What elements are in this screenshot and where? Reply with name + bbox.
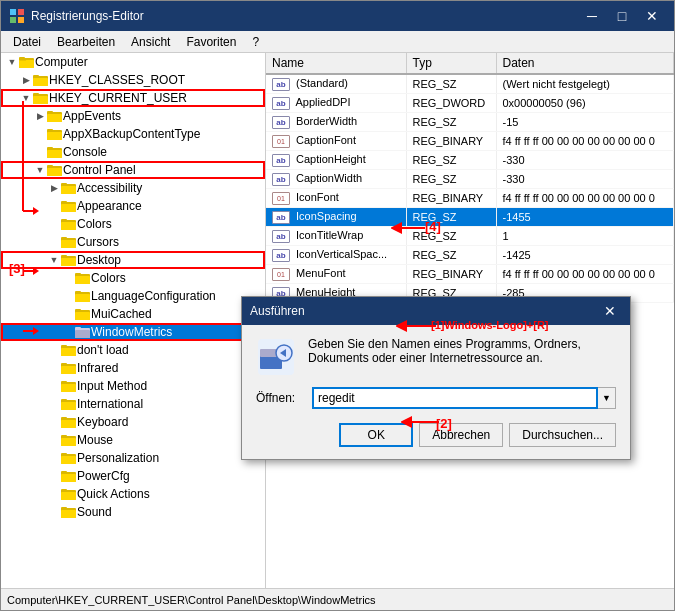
- svg-rect-0: [10, 9, 16, 15]
- run-open-label: Öffnen:: [256, 391, 304, 405]
- tree-item-appevents[interactable]: ▶ AppEvents: [1, 107, 265, 125]
- tree-item-appearance[interactable]: Appearance: [1, 197, 265, 215]
- tree-label-appevents: AppEvents: [63, 109, 121, 123]
- cell-data: -15: [496, 113, 674, 132]
- tree-pane[interactable]: ▼ Computer ▶ HKEY_CLASSES_ROOT: [1, 53, 266, 588]
- tree-label-personalization: Personalization: [77, 451, 159, 465]
- tree-item-desktop-colors[interactable]: Colors: [1, 269, 265, 287]
- cell-data: -330: [496, 170, 674, 189]
- close-button[interactable]: ✕: [638, 6, 666, 26]
- folder-icon-desktop: [61, 253, 77, 267]
- title-bar-left: Registrierungs-Editor: [9, 8, 144, 24]
- tree-item-languageconfig[interactable]: LanguageConfiguration: [1, 287, 265, 305]
- run-cancel-button[interactable]: Abbrechen: [419, 423, 503, 447]
- cell-data: f4 ff ff ff 00 00 00 00 00 00 00 0: [496, 265, 674, 284]
- tree-item-windowmetrics[interactable]: WindowMetrics: [1, 323, 265, 341]
- tree-item-controlpanel[interactable]: ▼ Control Panel: [1, 161, 265, 179]
- folder-icon-windowmetrics: [75, 325, 91, 339]
- table-row[interactable]: ab CaptionHeightREG_SZ-330: [266, 151, 674, 170]
- minimize-button[interactable]: ─: [578, 6, 606, 26]
- expander-accessibility[interactable]: ▶: [47, 181, 61, 195]
- tree-item-colors[interactable]: Colors: [1, 215, 265, 233]
- run-ok-button[interactable]: OK: [339, 423, 413, 447]
- folder-icon-hkcr: [33, 73, 49, 87]
- tree-label-colors: Colors: [77, 217, 112, 231]
- tree-item-sound[interactable]: Sound: [1, 503, 265, 521]
- table-row[interactable]: 01 IconFontREG_BINARYf4 ff ff ff 00 00 0…: [266, 189, 674, 208]
- tree-item-computer[interactable]: ▼ Computer: [1, 53, 265, 71]
- expander-appevents[interactable]: ▶: [33, 109, 47, 123]
- table-row[interactable]: 01 MenuFontREG_BINARYf4 ff ff ff 00 00 0…: [266, 265, 674, 284]
- svg-rect-27: [61, 186, 76, 194]
- table-row[interactable]: 01 CaptionFontREG_BINARYf4 ff ff ff 00 0…: [266, 132, 674, 151]
- tree-item-powercfg[interactable]: PowerCfg: [1, 467, 265, 485]
- table-row[interactable]: ab BorderWidthREG_SZ-15: [266, 113, 674, 132]
- table-row[interactable]: ab IconVerticalSpac...REG_SZ-1425: [266, 246, 674, 265]
- expander-desktop[interactable]: ▼: [47, 253, 61, 267]
- tree-label-accessibility: Accessibility: [77, 181, 142, 195]
- tree-item-inputmethod[interactable]: Input Method: [1, 377, 265, 395]
- tree-label-international: International: [77, 397, 143, 411]
- run-dropdown-button[interactable]: ▼: [598, 387, 616, 409]
- run-browse-button[interactable]: Durchsuchen...: [509, 423, 616, 447]
- table-row[interactable]: ab IconTitleWrapREG_SZ1: [266, 227, 674, 246]
- svg-rect-28: [61, 183, 67, 186]
- menu-bearbeiten[interactable]: Bearbeiten: [49, 33, 123, 51]
- svg-rect-5: [19, 60, 34, 68]
- cell-name: ab IconSpacing: [266, 208, 406, 227]
- expander-controlpanel[interactable]: ▼: [33, 163, 47, 177]
- tree-item-cursors[interactable]: Cursors: [1, 233, 265, 251]
- tree-item-personalization[interactable]: Personalization: [1, 449, 265, 467]
- expander-computer[interactable]: ▼: [5, 55, 19, 69]
- expander-hkcu[interactable]: ▼: [19, 91, 33, 105]
- tree-item-quickactions[interactable]: Quick Actions: [1, 485, 265, 503]
- tree-item-console[interactable]: Console: [1, 143, 265, 161]
- tree-item-appxbackup[interactable]: AppXBackupContentType: [1, 125, 265, 143]
- app-icon: [9, 8, 25, 24]
- svg-rect-48: [75, 312, 90, 320]
- tree-label-inputmethod: Input Method: [77, 379, 147, 393]
- cell-name: ab (Standard): [266, 74, 406, 94]
- menu-favoriten[interactable]: Favoriten: [178, 33, 244, 51]
- menu-datei[interactable]: Datei: [5, 33, 49, 51]
- svg-rect-73: [61, 453, 67, 456]
- tree-item-hkcu[interactable]: ▼ HKEY_CURRENT_USER: [1, 89, 265, 107]
- folder-icon-powercfg: [61, 469, 77, 483]
- run-dialog-close-button[interactable]: ✕: [598, 301, 622, 321]
- svg-rect-81: [61, 510, 76, 518]
- svg-rect-42: [75, 276, 90, 284]
- folder-icon-personalization: [61, 451, 77, 465]
- col-data[interactable]: Daten: [496, 53, 674, 74]
- tree-item-mouse[interactable]: Mouse: [1, 431, 265, 449]
- cell-data: f4 ff ff ff 00 00 00 00 00 00 00 0: [496, 189, 674, 208]
- maximize-button[interactable]: □: [608, 6, 636, 26]
- svg-rect-2: [10, 17, 16, 23]
- expander-hkcr[interactable]: ▶: [19, 73, 33, 87]
- run-dialog-buttons: OK Abbrechen Durchsuchen...: [256, 423, 616, 447]
- table-row[interactable]: ab AppliedDPIREG_DWORD0x00000050 (96): [266, 94, 674, 113]
- col-type[interactable]: Typ: [406, 53, 496, 74]
- svg-rect-69: [61, 438, 76, 446]
- table-row[interactable]: ab CaptionWidthREG_SZ-330: [266, 170, 674, 189]
- col-name[interactable]: Name: [266, 53, 406, 74]
- tree-item-infrared[interactable]: Infrared: [1, 359, 265, 377]
- svg-rect-76: [61, 471, 67, 474]
- table-row[interactable]: ab IconSpacingREG_SZ-1455: [266, 208, 674, 227]
- run-input[interactable]: [312, 387, 598, 409]
- svg-rect-24: [47, 168, 62, 176]
- tree-item-accessibility[interactable]: ▶ Accessibility: [1, 179, 265, 197]
- tree-item-hkcr[interactable]: ▶ HKEY_CLASSES_ROOT: [1, 71, 265, 89]
- menu-ansicht[interactable]: Ansicht: [123, 33, 178, 51]
- folder-icon-inputmethod: [61, 379, 77, 393]
- tree-item-desktop[interactable]: ▼ Desktop: [1, 251, 265, 269]
- tree-item-international[interactable]: International: [1, 395, 265, 413]
- folder-icon-keyboard: [61, 415, 77, 429]
- tree-item-keyboard[interactable]: Keyboard: [1, 413, 265, 431]
- svg-rect-79: [61, 489, 67, 492]
- tree-item-dontload[interactable]: don't load: [1, 341, 265, 359]
- table-row[interactable]: ab (Standard)REG_SZ(Wert nicht festgeleg…: [266, 74, 674, 94]
- tree-label-infrared: Infrared: [77, 361, 118, 375]
- tree-item-muicached[interactable]: MuiCached: [1, 305, 265, 323]
- menu-help[interactable]: ?: [244, 33, 267, 51]
- svg-rect-19: [47, 129, 53, 132]
